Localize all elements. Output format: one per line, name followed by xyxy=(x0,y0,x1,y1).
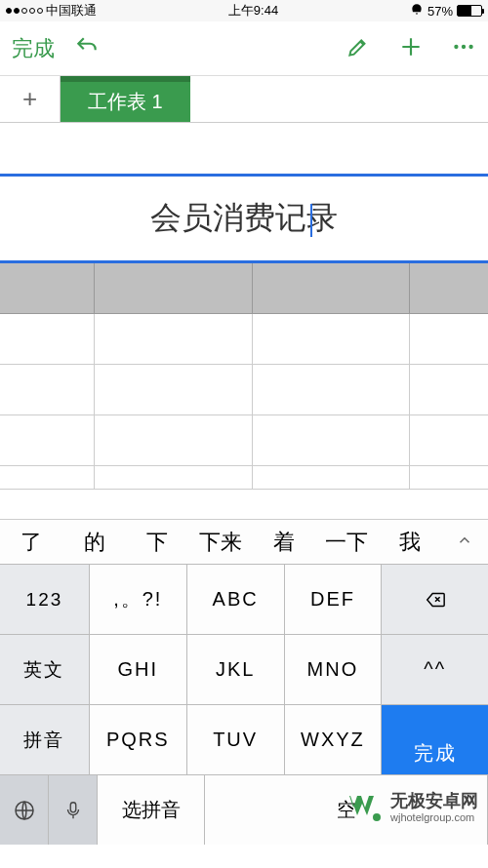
candidate-word[interactable]: 着 xyxy=(252,528,315,557)
key-tuv[interactable]: TUV xyxy=(187,705,285,774)
key-def[interactable]: DEF xyxy=(285,565,383,634)
paint-icon[interactable] xyxy=(346,34,371,63)
toolbar: 完成 xyxy=(0,21,488,76)
key-pqrs[interactable]: PQRS xyxy=(90,705,187,774)
undo-icon[interactable] xyxy=(72,34,102,63)
svg-point-1 xyxy=(462,44,466,48)
select-pinyin-key[interactable]: 选拼音 xyxy=(98,775,205,845)
key-abc[interactable]: ABC xyxy=(187,565,285,634)
signal-dots-icon xyxy=(6,8,43,14)
key-ghi[interactable]: GHI xyxy=(90,635,187,704)
add-sheet-button[interactable]: + xyxy=(0,76,61,122)
status-bar: 中国联通 上午9:44 57% xyxy=(0,0,488,21)
plus-icon[interactable] xyxy=(398,34,424,63)
battery-icon xyxy=(457,5,482,17)
alarm-icon xyxy=(410,3,424,20)
sheet-tab-1[interactable]: 工作表 1 xyxy=(61,76,190,122)
carrier-label: 中国联通 xyxy=(46,2,97,20)
expand-candidates-icon[interactable] xyxy=(441,532,488,553)
svg-point-0 xyxy=(454,44,458,48)
mic-key[interactable] xyxy=(49,775,98,845)
key-pinyin[interactable]: 拼音 xyxy=(0,705,90,774)
watermark-title: 无极安卓网 xyxy=(390,792,478,811)
svg-rect-4 xyxy=(70,802,76,811)
clock: 上午9:44 xyxy=(228,2,278,20)
spreadsheet[interactable]: 会员消费记录 xyxy=(0,123,488,490)
globe-key[interactable] xyxy=(0,775,49,845)
done-button[interactable]: 完成 xyxy=(12,34,55,63)
key-123[interactable]: 123 xyxy=(0,565,90,634)
merged-title-cell[interactable]: 会员消费记录 xyxy=(0,174,488,263)
table-row[interactable] xyxy=(0,415,488,466)
sheet-tabs: + 工作表 1 xyxy=(0,76,488,123)
key-mno[interactable]: MNO xyxy=(285,635,383,704)
candidate-word[interactable]: 一下 xyxy=(315,528,379,557)
candidate-word[interactable]: 我 xyxy=(378,528,441,557)
watermark: 无极安卓网 wjhotelgroup.com xyxy=(346,788,478,827)
candidate-word[interactable]: 的 xyxy=(63,528,127,557)
table-header-row[interactable] xyxy=(0,263,488,314)
key-caret[interactable]: ^^ xyxy=(382,635,488,704)
battery-percent: 57% xyxy=(427,4,453,19)
candidate-word[interactable]: 下 xyxy=(126,528,189,557)
keyboard-done-key[interactable]: 完成 xyxy=(382,705,488,774)
key-punct[interactable]: ,。?! xyxy=(90,565,187,634)
key-english[interactable]: 英文 xyxy=(0,635,90,704)
input-accessory xyxy=(0,490,488,519)
candidate-bar: 了 的 下 下来 着 一下 我 xyxy=(0,519,488,564)
svg-point-5 xyxy=(373,813,381,821)
candidate-word[interactable]: 下来 xyxy=(189,528,253,557)
key-wxyz[interactable]: WXYZ xyxy=(285,705,383,774)
table-row[interactable] xyxy=(0,365,488,415)
backspace-key[interactable] xyxy=(382,565,488,634)
candidate-word[interactable]: 了 xyxy=(0,528,63,557)
more-icon[interactable] xyxy=(451,34,476,63)
svg-point-2 xyxy=(468,44,472,48)
key-jkl[interactable]: JKL xyxy=(187,635,285,704)
table-row[interactable] xyxy=(0,314,488,365)
table-row[interactable] xyxy=(0,466,488,490)
watermark-url: wjhotelgroup.com xyxy=(390,811,478,823)
watermark-logo-icon xyxy=(346,788,385,827)
